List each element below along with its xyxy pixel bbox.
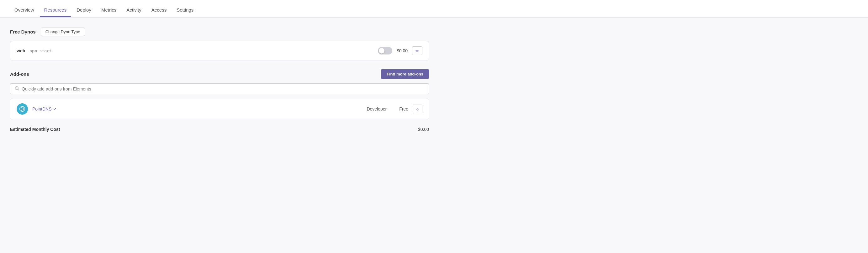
change-dyno-button[interactable]: Change Dyno Type: [41, 28, 85, 36]
svg-line-1: [18, 89, 19, 91]
pencil-icon: [415, 48, 419, 53]
dyno-cost-label: $0.00: [397, 48, 408, 53]
estimated-cost-row: Estimated Monthly Cost $0.00: [10, 125, 429, 133]
addon-name-wrap: PointDNS ↗: [32, 106, 367, 111]
nav-item-deploy[interactable]: Deploy: [72, 2, 96, 17]
estimated-monthly-cost-value: $0.00: [418, 127, 429, 132]
addon-row: PointDNS ↗ Developer Free: [10, 99, 429, 119]
dyno-command-label: npm start: [29, 48, 378, 53]
find-addons-button[interactable]: Find more add-ons: [381, 69, 429, 79]
addon-price: Free: [399, 106, 408, 111]
free-dynos-title: Free Dynos: [10, 29, 36, 34]
search-icon: [15, 86, 19, 92]
chevron-down-icon: [416, 106, 419, 111]
free-dynos-header: Free Dynos Change Dyno Type: [10, 28, 429, 36]
addon-name[interactable]: PointDNS: [32, 106, 52, 111]
dyno-toggle[interactable]: [378, 47, 392, 55]
addons-search-box: [10, 83, 429, 94]
external-link-icon: ↗: [53, 107, 57, 111]
addon-plan: Developer: [367, 106, 386, 111]
nav-item-settings[interactable]: Settings: [172, 2, 198, 17]
dyno-right-controls: $0.00: [378, 46, 423, 55]
addon-dropdown-button[interactable]: [413, 105, 423, 113]
nav-item-activity[interactable]: Activity: [122, 2, 146, 17]
nav-item-metrics[interactable]: Metrics: [97, 2, 121, 17]
top-nav: Overview Resources Deploy Metrics Activi…: [0, 0, 868, 17]
addons-title: Add-ons: [10, 71, 29, 77]
dyno-edit-button[interactable]: [412, 46, 423, 55]
nav-item-overview[interactable]: Overview: [10, 2, 38, 17]
nav-item-resources[interactable]: Resources: [40, 2, 71, 17]
toggle-track: [378, 47, 392, 55]
addons-header: Add-ons Find more add-ons: [10, 69, 429, 79]
toggle-thumb: [379, 48, 384, 53]
estimated-monthly-cost-label: Estimated Monthly Cost: [10, 127, 60, 132]
main-content: Free Dynos Change Dyno Type web npm star…: [0, 17, 439, 143]
addon-icon: [17, 103, 28, 115]
nav-item-access[interactable]: Access: [147, 2, 171, 17]
dyno-row: web npm start $0.00: [10, 41, 429, 61]
dyno-type-label: web: [17, 48, 25, 53]
addons-search-input[interactable]: [22, 86, 424, 92]
